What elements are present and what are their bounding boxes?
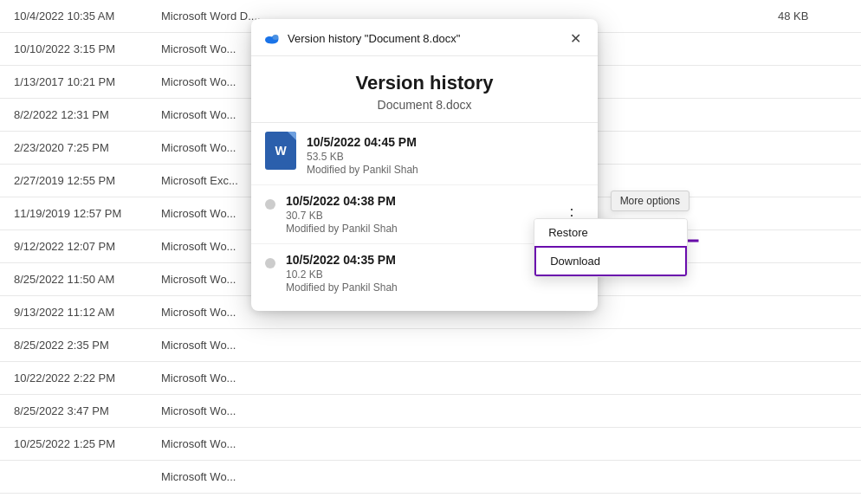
svg-point-5 [273, 35, 279, 40]
version-2-modifier: Modified by Pankil Shah [286, 223, 560, 235]
cloud-icon [263, 29, 281, 47]
version-2-info: 10/5/2022 04:38 PM 30.7 KB Modified by P… [286, 194, 560, 235]
list-item[interactable]: 8/25/2022 2:35 PM Microsoft Wo... [0, 329, 861, 362]
version-2-dot [265, 199, 275, 210]
download-button[interactable]: Download [534, 246, 687, 276]
dialog-title: Version history "Document 8.docx" [288, 32, 565, 45]
version-2-date: 10/5/2022 04:38 PM [286, 194, 560, 208]
version-item-2[interactable]: 10/5/2022 04:38 PM 30.7 KB Modified by P… [251, 185, 598, 244]
list-item[interactable]: 8/25/2022 3:47 PM Microsoft Wo... [0, 395, 861, 428]
version-1-date: 10/5/2022 04:45 PM [307, 135, 584, 149]
version-1-info: 10/5/2022 04:45 PM 53.5 KB Modified by P… [307, 135, 584, 176]
close-button[interactable]: ✕ [565, 28, 586, 48]
list-item[interactable]: 10/25/2022 1:25 PM Microsoft Wo... [0, 428, 861, 461]
version-3-dot [265, 258, 275, 268]
dialog-header-title: Version history [269, 72, 580, 94]
dialog-titlebar: Version history "Document 8.docx" ✕ [251, 19, 598, 56]
version-history-dialog: Version history "Document 8.docx" ✕ Vers… [251, 19, 598, 311]
list-item[interactable]: 10/22/2022 2:22 PM Microsoft Wo... [0, 362, 861, 395]
context-menu: Restore Download [534, 218, 688, 277]
version-item-1[interactable]: W 10/5/2022 04:45 PM 53.5 KB Modified by… [251, 126, 598, 185]
more-options-tooltip: More options [611, 191, 689, 211]
version-list: W 10/5/2022 04:45 PM 53.5 KB Modified by… [251, 123, 598, 311]
word-doc-icon: W [265, 135, 296, 166]
list-item[interactable]: Microsoft Wo... [0, 461, 861, 494]
version-2-size: 30.7 KB [286, 210, 560, 222]
version-3-modifier: Modified by Pankil Shah [286, 281, 584, 294]
version-1-modifier: Modified by Pankil Shah [307, 164, 584, 176]
restore-button[interactable]: Restore [534, 219, 687, 246]
dialog-filename: Document 8.docx [269, 98, 580, 112]
dialog-header: Version history Document 8.docx [251, 56, 598, 123]
version-1-size: 53.5 KB [307, 151, 584, 163]
